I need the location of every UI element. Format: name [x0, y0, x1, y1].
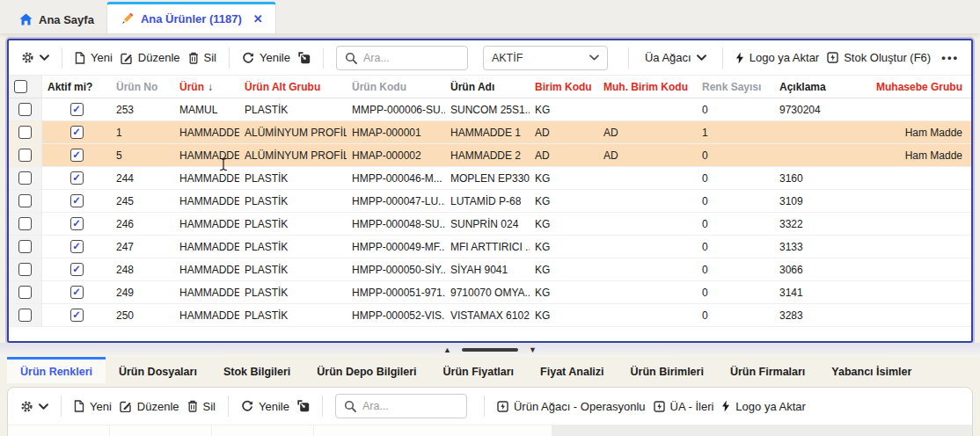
tab-ürün-dosyaları[interactable]: Ürün Dosyaları	[106, 357, 210, 383]
detail-yeni-button[interactable]: Yeni	[74, 400, 112, 413]
row-select-checkbox[interactable]	[18, 126, 32, 139]
cell-birim[interactable]: KG	[530, 167, 598, 189]
aktif-checkbox[interactable]	[70, 309, 84, 322]
cell-alt[interactable]: ALÜMİNYUM PROFİL	[239, 121, 347, 143]
cell-sel[interactable]	[9, 144, 42, 166]
cell-grup[interactable]: HAMMADDE	[174, 121, 239, 143]
cell-muhasebe[interactable]	[855, 304, 971, 326]
cell-alt[interactable]: PLASTİK	[239, 281, 347, 303]
cell-muh[interactable]	[598, 98, 697, 120]
cell-renk[interactable]: 0	[697, 304, 774, 326]
cell-alt[interactable]: PLASTİK	[239, 190, 347, 212]
table-row[interactable]: 5HAMMADDEALÜMİNYUM PROFİLHMAP-000002HAMM…	[9, 144, 971, 167]
cell-no[interactable]: 1	[111, 121, 174, 143]
cell-grup[interactable]: MAMUL	[174, 98, 239, 120]
cell-muh[interactable]	[598, 167, 697, 189]
tab-fiyat-analizi[interactable]: Fiyat Analizi	[527, 357, 617, 383]
cell-alt[interactable]: PLASTİK	[239, 258, 347, 280]
detail-logo-aktar-button[interactable]: Logo ya Aktar	[721, 400, 806, 413]
cell-birim[interactable]: KG	[530, 213, 598, 235]
table-row[interactable]: 246HAMMADDEPLASTİKHMPP-000048-SU...SUNPR…	[9, 213, 971, 236]
cell-aciklama[interactable]	[774, 144, 855, 166]
cell-birim[interactable]: KG	[530, 98, 598, 120]
cell-grup[interactable]: HAMMADDE	[174, 144, 239, 166]
cell-muhasebe[interactable]	[855, 167, 971, 189]
cell-sel[interactable]	[9, 258, 42, 280]
grid-settings-button[interactable]	[21, 51, 49, 64]
aktif-checkbox[interactable]	[70, 194, 84, 207]
aktif-checkbox[interactable]	[70, 240, 84, 253]
cell-kod[interactable]: HMPP-000046-M...	[347, 167, 445, 189]
col-header-muh[interactable]: Muh. Birim Kodu	[598, 76, 697, 98]
aktif-checkbox[interactable]	[70, 263, 84, 276]
cell-ad[interactable]: VISTAMAX 6102	[445, 304, 530, 326]
cell-aktif[interactable]	[42, 258, 111, 280]
cell-kod[interactable]: MMPP-000006-SU...	[347, 98, 445, 120]
cell-aciklama[interactable]: 3109	[774, 190, 855, 212]
cell-alt[interactable]: PLASTİK	[239, 98, 347, 120]
tab-ana-sayfa[interactable]: Ana Sayfa	[7, 5, 106, 33]
row-select-checkbox[interactable]	[18, 194, 32, 207]
tab-stok-bilgileri[interactable]: Stok Bilgileri	[210, 357, 304, 383]
splitter-collapse-down-icon[interactable]: ▼	[529, 345, 537, 354]
cell-ad[interactable]: SUNCOM 25S1...	[445, 98, 530, 120]
aktif-checkbox[interactable]	[70, 286, 84, 299]
cell-sel[interactable]	[9, 236, 42, 258]
cell-alt[interactable]: PLASTİK	[239, 236, 347, 258]
cell-ad[interactable]: SUNPRİN 024	[445, 213, 530, 235]
cell-birim[interactable]: AD	[530, 144, 598, 166]
detail-yenile-button[interactable]: Yenile	[241, 400, 289, 413]
cell-sel[interactable]	[9, 98, 42, 120]
more-options-button[interactable]: •••	[941, 51, 959, 64]
cell-sel[interactable]	[9, 304, 42, 326]
row-select-checkbox[interactable]	[18, 217, 32, 230]
splitter-collapse-up-icon[interactable]: ▲	[443, 345, 451, 354]
table-row[interactable]: 250HAMMADDEPLASTİKHMPP-000052-VIS...VIST…	[9, 304, 971, 327]
cell-sel[interactable]	[9, 121, 42, 143]
cell-muhasebe[interactable]	[855, 190, 971, 212]
sil-button[interactable]: Sil	[188, 51, 216, 64]
cell-aciklama[interactable]: 3066	[774, 258, 855, 280]
cell-no[interactable]: 5	[111, 144, 174, 166]
cell-kod[interactable]: HMPP-000050-SİY...	[347, 258, 445, 280]
ua-agaci-button[interactable]: Üa Ağacı	[645, 51, 706, 64]
cell-muh[interactable]	[598, 190, 697, 212]
cell-muh[interactable]	[598, 236, 697, 258]
tab-ürün-fiyatları[interactable]: Ürün Fiyatları	[430, 357, 528, 383]
table-row[interactable]: 1HAMMADDEALÜMİNYUM PROFİLHMAP-000001HAMM…	[9, 121, 971, 144]
tab-yabancı-i̇simler[interactable]: Yabancı İsimler	[818, 357, 925, 383]
cell-renk[interactable]: 0	[697, 258, 774, 280]
cell-renk[interactable]: 0	[697, 98, 774, 120]
cell-grup[interactable]: HAMMADDE	[174, 304, 239, 326]
cell-kod[interactable]: HMPP-000049-MF...	[347, 236, 445, 258]
cell-renk[interactable]: 0	[697, 236, 774, 258]
status-filter-select[interactable]: AKTİF	[483, 46, 608, 70]
row-select-checkbox[interactable]	[18, 149, 32, 162]
cell-birim[interactable]: KG	[530, 236, 598, 258]
detail-search-input[interactable]	[362, 400, 457, 412]
cell-alt[interactable]: PLASTİK	[239, 304, 347, 326]
cell-birim[interactable]: AD	[530, 121, 598, 143]
cell-aktif[interactable]	[42, 281, 111, 303]
table-row[interactable]: 247HAMMADDEPLASTİKHMPP-000049-MF...MFI A…	[9, 236, 971, 258]
tab-ürün-renkleri[interactable]: Ürün Renkleri	[7, 357, 106, 383]
cell-kod[interactable]: HMAP-000002	[347, 144, 445, 166]
cell-aktif[interactable]	[42, 213, 111, 235]
cell-aktif[interactable]	[42, 98, 111, 120]
cell-kod[interactable]: HMPP-000047-LU...	[347, 190, 445, 212]
row-select-checkbox[interactable]	[18, 103, 32, 116]
cell-ad[interactable]: LUTAMİD P-68	[445, 190, 530, 212]
cell-aktif[interactable]	[42, 121, 111, 143]
cell-grup[interactable]: HAMMADDE	[174, 281, 239, 303]
cell-renk[interactable]: 0	[697, 213, 774, 235]
cell-sel[interactable]	[9, 190, 42, 212]
cell-muh[interactable]	[598, 213, 697, 235]
cell-grup[interactable]: HAMMADDE	[174, 213, 239, 235]
cell-muhasebe[interactable]	[855, 258, 971, 280]
table-row[interactable]: 253MAMULPLASTİKMMPP-000006-SU...SUNCOM 2…	[9, 98, 971, 121]
cell-birim[interactable]: KG	[530, 258, 598, 280]
cell-aciklama[interactable]: 3133	[774, 236, 855, 258]
col-header-no[interactable]: Ürün No	[111, 76, 174, 98]
cell-grup[interactable]: HAMMADDE	[174, 167, 239, 189]
cell-alt[interactable]: PLASTİK	[239, 167, 347, 189]
